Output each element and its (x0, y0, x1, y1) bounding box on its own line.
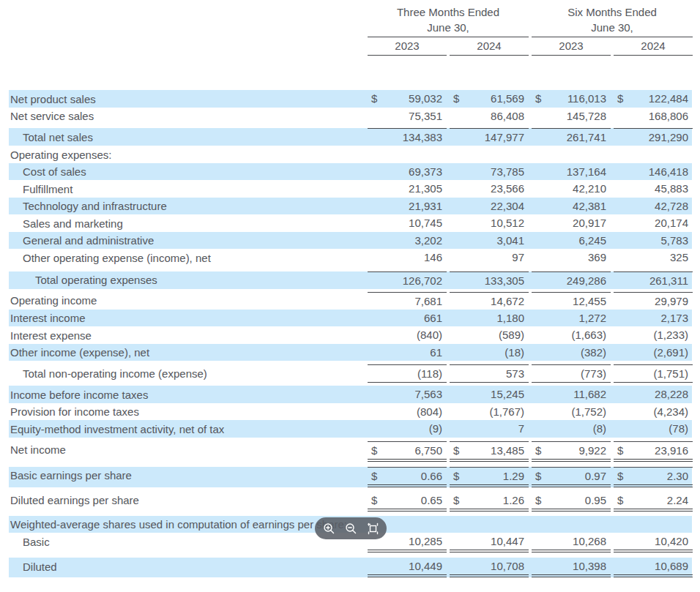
cell-value: 7,681 (414, 293, 442, 310)
cell-value: 2.30 (667, 468, 688, 484)
income-statement-table: Three Months EndedJune 30,Six Months End… (0, 0, 700, 577)
value-cell: 7,563 (368, 386, 447, 403)
cell-value: 42,381 (573, 198, 606, 214)
cell-value: 10,420 (655, 533, 688, 550)
value-cell: 42,210 (532, 180, 611, 198)
cell-value: 5,783 (660, 232, 688, 249)
cell-value: (2,691) (653, 344, 688, 361)
row-label: Fulfillment (9, 180, 365, 198)
cell-value: 10,512 (491, 214, 524, 231)
value-cell: 97 (450, 249, 529, 266)
cell-value: 15,245 (491, 386, 524, 402)
cell-value: 291,290 (649, 129, 688, 146)
period-group-header: Six Months EndedJune 30, (532, 4, 693, 37)
cell-value: 23,566 (491, 180, 524, 197)
cell-value: 10,268 (573, 533, 606, 550)
cell-value: (118) (417, 365, 442, 382)
value-cell: 42,728 (614, 198, 693, 215)
cell-value: 20,174 (655, 214, 688, 231)
year-header-row: 2023202420232024 (9, 37, 692, 56)
cell-value: (1,663) (571, 326, 606, 343)
cell-value: (773) (581, 365, 606, 382)
value-cell: (1,767) (450, 403, 529, 421)
cell-value: (804) (417, 403, 442, 420)
value-cell: 10,420 (614, 533, 693, 552)
cell-value: 2.24 (667, 492, 688, 509)
table-row: Equity-method investment activity, net o… (9, 420, 692, 438)
cell-value: 10,745 (409, 214, 442, 231)
currency-symbol: $ (453, 90, 459, 107)
zoom-toolbar (315, 517, 387, 539)
period-group-header: Three Months EndedJune 30, (368, 4, 529, 37)
period-title: Three Months Ended (368, 4, 529, 20)
value-cell: 325 (614, 249, 693, 266)
table-row: Fulfillment21,30523,56642,21045,883 (9, 180, 692, 198)
value-cell: 11,682 (532, 386, 611, 403)
table-row: Operating expenses: (9, 146, 692, 163)
value-cell: (78) (614, 420, 693, 438)
cell-value: (1,767) (489, 403, 524, 420)
value-cell: 146 (368, 249, 447, 266)
value-cell: (1,233) (614, 326, 693, 344)
cell-value: 11,682 (573, 386, 606, 402)
table-row: Interest expense(840)(589)(1,663)(1,233) (9, 326, 692, 344)
value-cell: 86,408 (450, 108, 529, 125)
value-cell: (2,691) (614, 344, 693, 361)
cell-value: (1,751) (653, 365, 688, 382)
table-row: Diluted10,44910,70810,39810,689 (9, 558, 692, 577)
value-cell: 249,286 (532, 271, 611, 289)
cell-value: 1.26 (503, 492, 524, 509)
cell-value: 13,485 (491, 442, 524, 459)
cell-value: (1,233) (653, 326, 688, 343)
table-row: Net service sales75,35186,408145,728168,… (9, 108, 692, 125)
cell-value: (840) (417, 326, 442, 343)
row-label: Interest income (9, 310, 365, 327)
cell-value: 10,398 (573, 558, 606, 574)
cell-value: 261,311 (649, 272, 688, 289)
value-cell: 23,566 (450, 180, 529, 198)
value-cell: 261,311 (614, 271, 693, 289)
zoom-out-icon (345, 522, 357, 535)
value-cell (614, 516, 693, 533)
year-label: 2023 (368, 37, 447, 56)
value-cell: 147,977 (450, 128, 529, 146)
row-label: Operating income (9, 292, 365, 310)
zoom-out-button[interactable] (343, 520, 359, 536)
value-cell: (4,234) (614, 403, 693, 421)
row-label: Total operating expenses (9, 271, 365, 289)
currency-symbol: $ (535, 90, 541, 107)
cell-value: 29,979 (655, 293, 688, 310)
value-cell: 3,202 (368, 232, 447, 250)
cell-value: 122,484 (649, 90, 688, 107)
row-label: Net income (9, 441, 365, 462)
cell-value: 134,383 (403, 129, 442, 146)
cell-value: 0.95 (585, 492, 606, 509)
value-cell: $1.29 (450, 467, 529, 487)
cell-value: 73,785 (491, 163, 524, 180)
value-cell: $6,750 (368, 441, 447, 462)
row-label: Other operating expense (income), net (9, 249, 365, 266)
cell-value: 1.29 (503, 468, 524, 484)
value-cell: $61,569 (450, 90, 529, 108)
value-cell: 12,455 (532, 292, 611, 310)
cell-value: 573 (506, 365, 524, 382)
header-spacer (9, 4, 365, 37)
cell-value: 59,032 (409, 90, 442, 107)
currency-symbol: $ (453, 468, 459, 484)
cell-value: 168,806 (649, 108, 688, 124)
currency-symbol: $ (535, 442, 541, 459)
table-row: Interest income6611,1801,2722,173 (9, 310, 692, 327)
value-cell: 10,708 (450, 558, 529, 577)
table-row: Net income$6,750$13,485$9,922$23,916 (9, 441, 692, 462)
value-cell: 137,164 (532, 163, 611, 181)
cell-value: 10,285 (409, 533, 442, 550)
fit-view-button[interactable] (365, 520, 381, 536)
period-date: June 30, (368, 20, 529, 35)
zoom-in-button[interactable] (321, 520, 337, 536)
value-cell: 146,418 (614, 163, 693, 181)
value-cell: $23,916 (614, 441, 693, 462)
row-label: Diluted earnings per share (9, 492, 365, 512)
cell-value: 147,977 (485, 129, 524, 146)
value-cell: (382) (532, 344, 611, 361)
cell-value: 6,245 (578, 232, 606, 249)
